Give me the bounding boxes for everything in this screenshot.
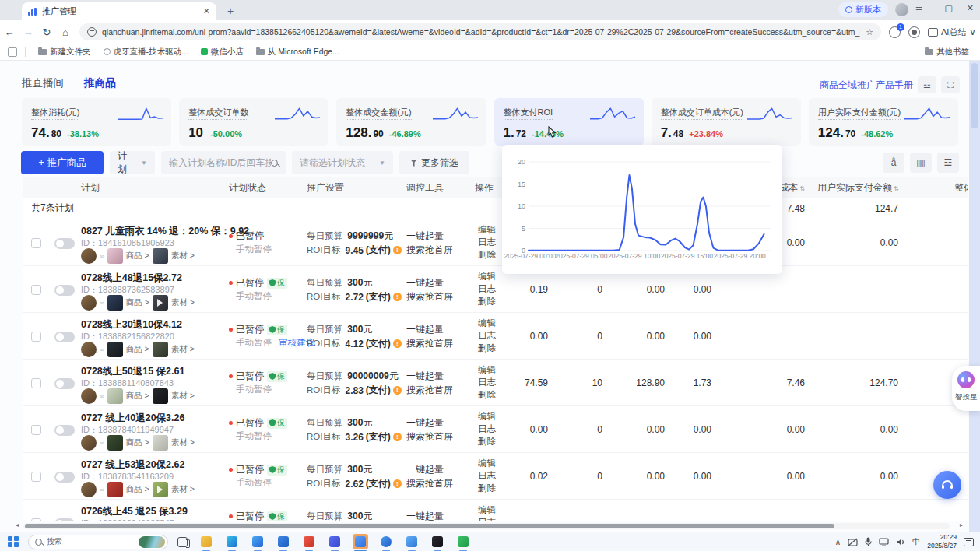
taskbar-app-emulator-app[interactable] xyxy=(404,534,420,549)
bookmark-item[interactable]: 新建文件夹 xyxy=(38,47,91,58)
ai-summary-button[interactable]: AI总结 ∨ xyxy=(928,26,975,38)
product-thumbnail[interactable] xyxy=(107,388,123,404)
start-button[interactable] xyxy=(8,536,19,547)
speaker-icon[interactable] xyxy=(896,538,905,546)
fullscreen-icon[interactable]: ⛶ xyxy=(941,76,960,93)
extension-icon[interactable] xyxy=(908,26,920,38)
edit-link[interactable]: 编辑 xyxy=(478,224,496,236)
material-link[interactable]: 素材 > xyxy=(171,484,195,495)
plan-search-input[interactable]: 输入计划名称/ID后回车搜索 xyxy=(161,151,286,174)
plan-title[interactable]: 0726线上45 退25 保3.29 xyxy=(81,505,188,518)
product-thumbnail[interactable] xyxy=(107,248,123,264)
row-checkbox[interactable] xyxy=(31,518,41,521)
product-link[interactable]: 商品 > xyxy=(126,484,149,495)
tab-products[interactable]: 推商品 xyxy=(84,76,116,90)
warning-icon[interactable]: ! xyxy=(393,386,402,395)
warning-icon[interactable]: ! xyxy=(393,433,402,441)
col-overall-cut[interactable]: 整体 xyxy=(911,181,968,195)
taskbar-app-qianchuan-active[interactable] xyxy=(353,534,368,549)
window-close-button[interactable]: ✕ xyxy=(967,3,974,13)
material-thumbnail[interactable] xyxy=(153,248,168,264)
plan-title[interactable]: 0727 线上53退20保2.62 xyxy=(81,458,184,472)
side-panel-icon[interactable] xyxy=(8,47,17,57)
page-scrollbar-thumb[interactable] xyxy=(971,63,978,128)
taskbar-app-wps-office[interactable] xyxy=(301,534,317,549)
tray-expand-icon[interactable]: ∧ xyxy=(835,538,841,546)
material-thumbnail[interactable] xyxy=(153,295,168,311)
product-thumbnail[interactable] xyxy=(107,435,123,451)
edit-link[interactable]: 编辑 xyxy=(478,458,496,469)
new-version-badge[interactable]: 新版本 xyxy=(838,2,888,17)
log-link[interactable]: 日志 xyxy=(478,517,496,521)
plan-status-select[interactable]: 请筛选计划状态▼ xyxy=(292,151,393,174)
material-link[interactable]: 素材 > xyxy=(171,437,195,448)
edit-link[interactable]: 编辑 xyxy=(478,271,496,283)
metric-card[interactable]: 整体成交订单数 10 -50.00% xyxy=(179,98,328,146)
back-button[interactable]: ← xyxy=(0,26,19,38)
product-link[interactable]: 商品 > xyxy=(126,437,149,448)
tab-live-room[interactable]: 推直播间 xyxy=(22,76,64,90)
settings-sliders-icon[interactable]: ☲ xyxy=(918,76,936,93)
refresh-button[interactable]: ↻ xyxy=(37,26,56,38)
row-checkbox[interactable] xyxy=(31,472,41,482)
horizontal-scrollbar[interactable] xyxy=(23,523,950,529)
col-status[interactable]: 计划状态 xyxy=(229,181,307,195)
taskbar-app-blue-circle-app[interactable] xyxy=(378,534,394,549)
sort-icon[interactable]: ⇅ xyxy=(799,185,805,192)
ime-indicator[interactable]: 中 xyxy=(912,536,920,547)
edit-link[interactable]: 编辑 xyxy=(478,411,496,423)
home-button[interactable]: ⌂ xyxy=(56,26,75,38)
warning-icon[interactable]: ! xyxy=(393,479,402,488)
edit-link[interactable]: 编辑 xyxy=(478,318,496,329)
warning-icon[interactable]: ! xyxy=(393,246,402,254)
plan-title[interactable]: 0827 儿童雨衣 14% 退：20% 保：9.92 xyxy=(81,225,249,238)
plan-title[interactable]: 0727 线上40退20保3.26 xyxy=(81,412,184,425)
warning-icon[interactable]: ! xyxy=(393,293,402,301)
log-link[interactable]: 日志 xyxy=(478,283,496,295)
task-view-icon[interactable] xyxy=(177,537,188,547)
search-top-screen-link[interactable]: 搜索抢首屏 xyxy=(406,477,453,490)
metric-card[interactable]: 整体支付ROI 1. 72 -14.43% xyxy=(494,98,644,146)
delete-link[interactable]: 删除 xyxy=(478,483,496,494)
product-link[interactable]: 商品 > xyxy=(126,251,149,261)
log-link[interactable]: 日志 xyxy=(478,470,496,482)
tab-close-icon[interactable]: ✕ xyxy=(203,6,210,16)
notification-center-icon[interactable] xyxy=(964,538,974,546)
row-toggle[interactable] xyxy=(54,518,75,521)
other-bookmarks[interactable]: 其他书签 xyxy=(925,47,969,58)
plan-title[interactable]: 0728线上48退15保2.72 xyxy=(81,272,182,285)
row-checkbox[interactable] xyxy=(31,425,41,435)
metric-card[interactable]: 用户实际支付金额(元) 124. 70 -48.62% xyxy=(809,98,958,146)
bookmark-star-icon[interactable]: ☆ xyxy=(866,27,873,37)
taskbar-clock[interactable]: 20:29 2025/8/27 xyxy=(927,533,957,549)
delete-link[interactable]: 删除 xyxy=(478,389,496,401)
row-toggle[interactable] xyxy=(54,332,75,342)
new-tab-button[interactable]: + xyxy=(227,5,234,17)
metric-card[interactable]: 整体成交订单成本(元) 7. 48 +23.84% xyxy=(652,98,801,146)
bookmark-item[interactable]: 从 Microsoft Edge... xyxy=(256,47,339,58)
window-minimize-button[interactable]: — xyxy=(922,3,930,13)
chart-view-icon[interactable]: ▥ xyxy=(910,153,932,173)
product-thumbnail[interactable] xyxy=(107,295,123,311)
product-link[interactable]: 商品 > xyxy=(126,391,149,402)
product-thumbnail[interactable] xyxy=(107,482,123,497)
material-link[interactable]: 素材 > xyxy=(171,391,195,402)
scroll-left-arrow[interactable]: ◂ xyxy=(16,521,19,528)
plan-type-select[interactable]: 计划▼ xyxy=(110,151,155,174)
product-link[interactable]: 商品 > xyxy=(126,297,149,308)
taskbar-app-wechat[interactable] xyxy=(455,534,471,549)
row-toggle[interactable] xyxy=(54,472,75,483)
log-link[interactable]: 日志 xyxy=(478,423,496,435)
material-link[interactable]: 素材 > xyxy=(171,297,195,308)
material-link[interactable]: 素材 > xyxy=(171,251,195,261)
forward-button[interactable]: → xyxy=(19,26,37,38)
scrollbar-thumb[interactable] xyxy=(25,524,834,528)
more-filters-button[interactable]: 更多筛选 xyxy=(399,151,469,174)
one-key-boost-link[interactable]: 一键起量 xyxy=(406,370,444,383)
page-scrollbar[interactable] xyxy=(969,61,980,532)
edit-link[interactable]: 编辑 xyxy=(478,504,496,516)
row-checkbox[interactable] xyxy=(31,285,41,295)
scroll-right-arrow[interactable]: ▸ xyxy=(960,521,963,528)
product-thumbnail[interactable] xyxy=(107,342,123,357)
edit-link[interactable]: 编辑 xyxy=(478,364,496,376)
